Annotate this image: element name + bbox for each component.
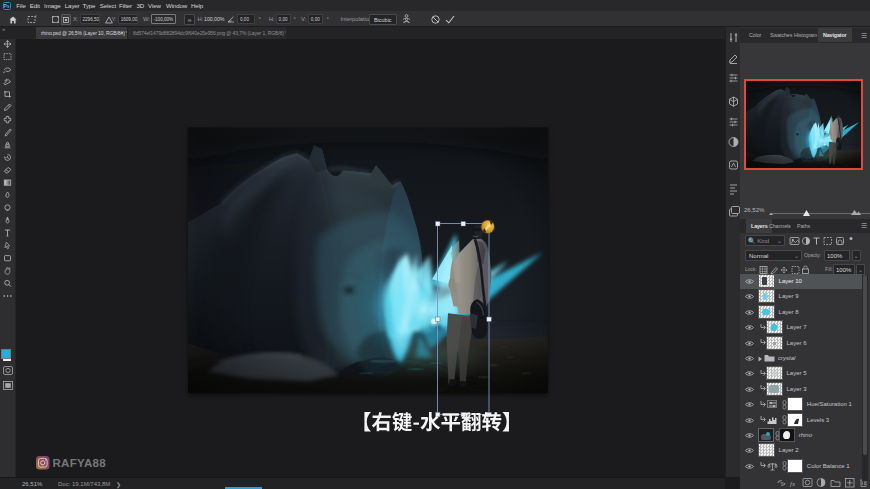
svg-text:RAFYA88: RAFYA88 bbox=[53, 457, 107, 469]
svg-text:fx: fx bbox=[790, 480, 796, 488]
